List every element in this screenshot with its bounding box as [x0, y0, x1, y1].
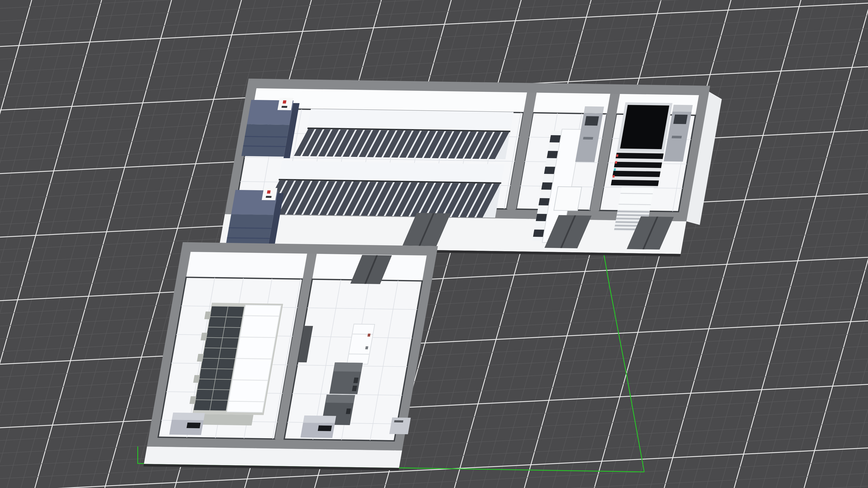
- transformer-box-2-topface: [325, 395, 355, 403]
- wall-ac-electrical-1-top[interactable]: [303, 415, 336, 423]
- wall-ac-electrical-1-vent: [318, 425, 332, 431]
- crac-unit-1-logo: [283, 100, 286, 104]
- wall-ac-battery-room-top[interactable]: [172, 413, 205, 420]
- network-rack-led-1: [616, 154, 618, 157]
- electrical-cabinet-label-2: [365, 346, 368, 349]
- network-rack-led-4: [613, 175, 615, 177]
- crac-unit-1-badge: [281, 106, 287, 108]
- crac-unit-2-badge: [266, 196, 272, 198]
- battery-rack-tray: [199, 414, 253, 425]
- crac-unit-1-label[interactable]: [277, 98, 293, 110]
- tower-ac-storage-slot: [583, 137, 593, 139]
- rack-row-1-fronts[interactable]: [294, 129, 510, 159]
- tower-ac-network-vent: [673, 115, 688, 124]
- viewport-3d[interactable]: [0, 0, 868, 488]
- wall-ac-battery-room-vent: [186, 423, 201, 428]
- wall-ac-electrical-2[interactable]: [389, 418, 411, 434]
- rack-row-2-fronts[interactable]: [262, 180, 501, 218]
- network-rack-top[interactable]: [620, 105, 669, 149]
- tower-ac-network-top[interactable]: [673, 105, 693, 112]
- network-rack-body[interactable]: [611, 151, 664, 188]
- tower-ac-storage-vent: [585, 116, 599, 126]
- wall-ac-electrical-2-slot: [394, 420, 403, 423]
- transformer-box-1-topface: [333, 362, 363, 372]
- tower-ac-storage-top[interactable]: [584, 106, 604, 113]
- electrical-cabinet-label-1: [368, 334, 370, 336]
- storage-floor-box[interactable]: [554, 187, 582, 211]
- battery-room-north-wall-face: [186, 252, 307, 279]
- tower-ac-network-slot: [672, 136, 682, 138]
- network-rack-led-3: [614, 168, 616, 171]
- crac-unit-1-front[interactable]: [241, 124, 289, 157]
- crac-unit-2-label[interactable]: [262, 188, 277, 200]
- network-rack-led-2: [615, 161, 617, 164]
- crac-unit-2-logo: [267, 190, 271, 194]
